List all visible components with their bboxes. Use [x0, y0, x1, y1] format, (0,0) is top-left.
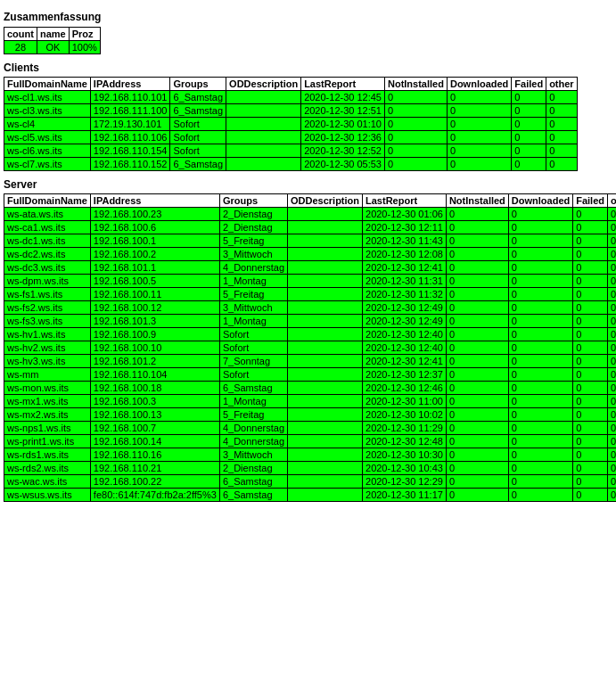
- server-cell: 0: [508, 315, 572, 328]
- server-row: ws-hv2.ws.its192.168.100.10Sofort2020-12…: [4, 341, 617, 355]
- server-cell: 1_Montag: [219, 395, 287, 408]
- server-cell: 2020-12-30 12:49: [363, 315, 447, 328]
- server-cell: 0: [446, 448, 508, 462]
- server-cell: ws-dpm.ws.its: [4, 275, 91, 288]
- clients-row: ws-cl5.ws.its192.168.110.106Sofort2020-1…: [4, 131, 578, 144]
- clients-header-fdn: FullDomainName: [4, 78, 91, 91]
- clients-cell: 0: [384, 144, 447, 158]
- server-header-ni: NotInstalled: [446, 194, 508, 208]
- server-cell: [288, 395, 363, 408]
- server-cell: ws-mm: [4, 368, 91, 382]
- server-cell: 1_Montag: [219, 315, 287, 328]
- server-cell: 2020-12-30 12:37: [363, 368, 447, 382]
- server-cell: 0: [608, 422, 616, 435]
- clients-cell: [226, 131, 301, 144]
- server-cell: 0: [573, 221, 608, 234]
- server-row: ws-rds2.ws.its192.168.110.212_Dienstag20…: [4, 462, 617, 475]
- clients-cell: 0: [512, 144, 546, 158]
- server-cell: 6_Samstag: [219, 489, 287, 502]
- clients-row: ws-cl1.ws.its192.168.110.1016_Samstag202…: [4, 91, 578, 104]
- server-header-groups: Groups: [219, 194, 287, 208]
- server-table: FullDomainName IPAddress Groups ODDescri…: [4, 193, 616, 502]
- server-cell: ws-print1.ws.its: [4, 435, 91, 448]
- server-row: ws-ca1.ws.its192.168.100.62_Dienstag2020…: [4, 221, 617, 234]
- server-cell: 3_Mittwoch: [219, 301, 287, 315]
- server-cell: 2020-12-30 12:08: [363, 248, 447, 261]
- server-cell: 0: [608, 395, 616, 408]
- clients-cell: 0: [384, 91, 447, 104]
- server-cell: 2020-12-30 10:30: [363, 448, 447, 462]
- server-cell: [288, 382, 363, 395]
- server-cell: 0: [508, 422, 572, 435]
- clients-cell: Sofort: [170, 144, 226, 158]
- server-row: ws-mon.ws.its192.168.100.186_Samstag2020…: [4, 382, 617, 395]
- server-cell: 0: [573, 301, 608, 315]
- summary-count: 28: [4, 41, 37, 54]
- server-cell: fe80::614f:747d:fb2a:2ff5%3: [90, 489, 219, 502]
- server-cell: 3_Mittwoch: [219, 448, 287, 462]
- clients-cell: 172.19.130.101: [90, 118, 170, 131]
- server-cell: 0: [608, 435, 616, 448]
- server-header-dl: Downloaded: [508, 194, 572, 208]
- server-cell: 0: [508, 261, 572, 275]
- clients-header-ni: NotInstalled: [384, 78, 447, 91]
- server-row: ws-hv3.ws.its192.168.101.27_Sonntag2020-…: [4, 355, 617, 368]
- server-cell: 0: [608, 355, 616, 368]
- server-cell: 0: [508, 288, 572, 301]
- server-row: ws-dc2.ws.its192.168.100.23_Mittwoch2020…: [4, 248, 617, 261]
- server-cell: 0: [508, 368, 572, 382]
- server-cell: 0: [446, 435, 508, 448]
- server-cell: 0: [446, 341, 508, 355]
- server-cell: 0: [608, 382, 616, 395]
- server-cell: 0: [608, 368, 616, 382]
- server-cell: 192.168.100.10: [90, 341, 219, 355]
- clients-cell: 0: [447, 131, 511, 144]
- server-row: ws-hv1.ws.its192.168.100.9Sofort2020-12-…: [4, 328, 617, 341]
- server-cell: 0: [508, 208, 572, 221]
- server-header-fdn: FullDomainName: [4, 194, 91, 208]
- server-cell: 0: [446, 408, 508, 422]
- server-row: ws-nps1.ws.its192.168.100.74_Donnerstag2…: [4, 422, 617, 435]
- server-cell: 0: [573, 275, 608, 288]
- server-header-last: LastReport: [363, 194, 447, 208]
- clients-row: ws-cl3.ws.its192.168.111.1006_Samstag202…: [4, 104, 578, 118]
- server-row: ws-fs2.ws.its192.168.100.123_Mittwoch202…: [4, 301, 617, 315]
- clients-cell: 0: [512, 158, 546, 171]
- server-cell: 192.168.101.3: [90, 315, 219, 328]
- server-row: ws-dpm.ws.its192.168.100.51_Montag2020-1…: [4, 275, 617, 288]
- clients-cell: 0: [447, 91, 511, 104]
- server-cell: 0: [608, 288, 616, 301]
- clients-cell: 0: [512, 91, 546, 104]
- server-cell: 2020-12-30 10:02: [363, 408, 447, 422]
- server-header-fail: Failed: [573, 194, 608, 208]
- clients-cell: 2020-12-30 01:10: [301, 118, 385, 131]
- clients-cell: 0: [447, 104, 511, 118]
- summary-name: OK: [37, 41, 69, 54]
- clients-cell: 0: [546, 104, 578, 118]
- server-cell: 2020-12-30 12:41: [363, 355, 447, 368]
- server-cell: 0: [446, 355, 508, 368]
- server-cell: 0: [573, 328, 608, 341]
- server-cell: [288, 341, 363, 355]
- clients-cell: 0: [447, 118, 511, 131]
- server-cell: ws-ata.ws.its: [4, 208, 91, 221]
- server-cell: 0: [508, 301, 572, 315]
- clients-cell: ws-cl5.ws.its: [4, 131, 91, 144]
- server-cell: 0: [573, 462, 608, 475]
- server-cell: 0: [446, 382, 508, 395]
- server-cell: 0: [446, 221, 508, 234]
- server-cell: 192.168.101.1: [90, 261, 219, 275]
- server-cell: 0: [446, 489, 508, 502]
- server-cell: 2020-12-30 12:49: [363, 301, 447, 315]
- clients-cell: 0: [546, 144, 578, 158]
- server-cell: 0: [608, 234, 616, 248]
- summary-header-count: count: [4, 28, 37, 41]
- clients-row: ws-cl6.ws.its192.168.110.154Sofort2020-1…: [4, 144, 578, 158]
- server-cell: 4_Donnerstag: [219, 435, 287, 448]
- server-row: ws-print1.ws.its192.168.100.144_Donnerst…: [4, 435, 617, 448]
- server-row: ws-wsus.ws.itsfe80::614f:747d:fb2a:2ff5%…: [4, 489, 617, 502]
- server-cell: 4_Donnerstag: [219, 261, 287, 275]
- server-cell: 0: [508, 475, 572, 489]
- server-cell: ws-rds1.ws.its: [4, 448, 91, 462]
- clients-cell: 0: [512, 131, 546, 144]
